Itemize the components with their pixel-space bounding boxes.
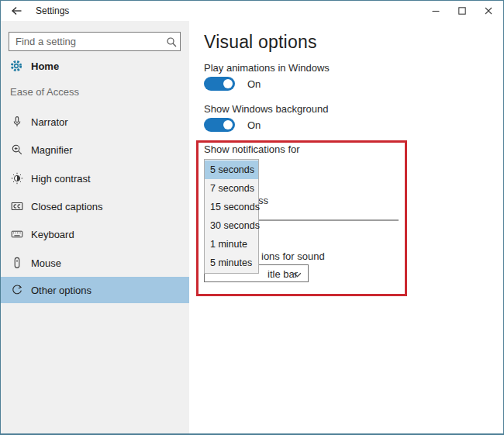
back-button[interactable]	[10, 5, 24, 17]
background-toggle[interactable]	[204, 118, 235, 132]
notifications-dropdown-label: Show notifications for	[204, 143, 300, 155]
dropdown-option-7-seconds[interactable]: 7 seconds	[205, 179, 258, 198]
dropdown-option-5-seconds[interactable]: 5 seconds	[205, 161, 258, 179]
sidebar-item-high-contrast[interactable]: High contrast	[1, 164, 189, 192]
close-button[interactable]	[475, 1, 502, 21]
sidebar-item-label: Magnifier	[31, 144, 72, 156]
magnifier-plus-icon	[11, 143, 29, 156]
search-input[interactable]	[9, 36, 163, 47]
window-controls	[423, 1, 502, 21]
cursor-thickness-slider[interactable]	[259, 219, 399, 221]
sidebar-item-label: Mouse	[31, 257, 61, 269]
sidebar-item-label: Closed captions	[31, 201, 103, 212]
keyboard-icon	[11, 228, 29, 240]
notifications-duration-dropdown: 5 seconds 7 seconds 15 seconds 30 second…	[204, 159, 259, 274]
toggle-knob	[223, 79, 233, 88]
cc-box-icon	[11, 200, 29, 212]
sidebar-item-label: Keyboard	[31, 229, 74, 240]
toggle-row-animations: On	[204, 77, 261, 91]
toggle-row-background: On	[204, 118, 261, 132]
sidebar-item-mouse[interactable]: Mouse	[1, 249, 189, 277]
sidebar-item-label: Other options	[31, 285, 91, 296]
sun-contrast-icon	[11, 172, 29, 185]
circular-arrow-icon	[11, 284, 29, 296]
dropdown-option-30-seconds[interactable]: 30 seconds	[205, 216, 258, 235]
sound-notifications-label-fragment: ions for sound	[261, 250, 325, 262]
gear-icon	[9, 59, 29, 73]
sidebar-item-closed-captions[interactable]: Closed captions	[1, 192, 189, 220]
maximize-icon	[458, 7, 466, 15]
arrow-left-icon	[10, 5, 24, 17]
sidebar-section-label: Ease of Access	[10, 83, 79, 102]
titlebar: Settings	[1, 1, 503, 21]
mouse-icon	[11, 257, 29, 269]
cursor-thickness-label-fragment: ss	[258, 195, 268, 206]
dropdown-option-1-minute[interactable]: 1 minute	[205, 235, 258, 254]
chevron-down-icon	[293, 272, 302, 278]
maximize-button[interactable]	[449, 1, 475, 21]
microphone-icon	[11, 116, 29, 128]
sidebar-item-keyboard[interactable]: Keyboard	[1, 220, 189, 248]
toggle-label-animations: Play animations in Windows	[204, 62, 330, 74]
animations-toggle[interactable]	[204, 77, 235, 91]
search-box	[9, 32, 181, 51]
sidebar-item-other-options[interactable]: Other options	[1, 277, 189, 303]
toggle-knob	[223, 120, 233, 129]
dropdown-option-15-seconds[interactable]: 15 seconds	[205, 198, 258, 216]
home-label: Home	[31, 60, 59, 72]
sidebar-item-narrator[interactable]: Narrator	[1, 108, 189, 136]
search-icon[interactable]	[163, 36, 180, 47]
minimize-button[interactable]	[423, 1, 449, 21]
sidebar-item-magnifier[interactable]: Magnifier	[1, 136, 189, 164]
minimize-icon	[432, 7, 440, 15]
toggle-label-background: Show Windows background	[204, 103, 328, 115]
sidebar-item-label: Narrator	[31, 116, 68, 128]
sidebar: Home Ease of Access Narrator Ma	[1, 21, 189, 433]
window-title: Settings	[36, 1, 69, 21]
close-icon	[485, 7, 492, 15]
page-title: Visual options	[204, 32, 317, 53]
settings-window: Settings	[0, 0, 504, 435]
toggle-state-label: On	[247, 78, 261, 90]
sidebar-item-home[interactable]: Home	[1, 55, 189, 77]
toggle-state-label: On	[247, 119, 261, 131]
main-panel: Visual options Play animations in Window…	[189, 21, 503, 433]
dropdown-option-5-minutes[interactable]: 5 minutes	[205, 254, 258, 272]
sidebar-item-label: High contrast	[31, 173, 91, 185]
